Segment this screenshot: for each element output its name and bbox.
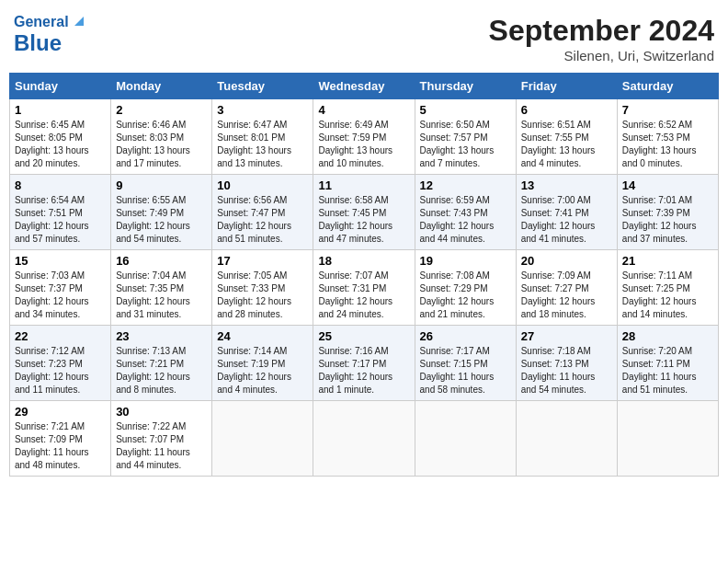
- calendar-cell: 1Sunrise: 6:45 AMSunset: 8:05 PMDaylight…: [10, 99, 111, 175]
- calendar-cell: 19Sunrise: 7:08 AMSunset: 7:29 PMDayligh…: [415, 250, 516, 326]
- calendar-cell: 17Sunrise: 7:05 AMSunset: 7:33 PMDayligh…: [212, 250, 313, 326]
- calendar-cell: [415, 401, 516, 477]
- day-info: Sunrise: 7:20 AMSunset: 7:11 PMDaylight:…: [622, 345, 713, 396]
- calendar-cell: 12Sunrise: 6:59 AMSunset: 7:43 PMDayligh…: [415, 175, 516, 250]
- svg-marker-0: [74, 17, 84, 26]
- day-info: Sunrise: 6:46 AMSunset: 8:03 PMDaylight:…: [116, 119, 207, 170]
- logo-blue-text: Blue: [14, 30, 62, 55]
- day-number: 13: [521, 178, 612, 192]
- day-number: 17: [217, 254, 308, 268]
- day-number: 23: [116, 329, 207, 343]
- calendar-cell: 11Sunrise: 6:58 AMSunset: 7:45 PMDayligh…: [313, 175, 415, 250]
- calendar-cell: 24Sunrise: 7:14 AMSunset: 7:19 PMDayligh…: [212, 326, 313, 401]
- day-number: 8: [15, 178, 106, 192]
- weekday-header-tuesday: Tuesday: [212, 74, 313, 99]
- calendar-cell: 23Sunrise: 7:13 AMSunset: 7:21 PMDayligh…: [111, 326, 212, 401]
- calendar-cell: 21Sunrise: 7:11 AMSunset: 7:25 PMDayligh…: [617, 250, 718, 326]
- day-info: Sunrise: 7:17 AMSunset: 7:15 PMDaylight:…: [420, 345, 511, 396]
- day-info: Sunrise: 7:09 AMSunset: 7:27 PMDaylight:…: [521, 270, 612, 321]
- weekday-header-saturday: Saturday: [617, 74, 718, 99]
- day-info: Sunrise: 6:45 AMSunset: 8:05 PMDaylight:…: [15, 119, 106, 170]
- logo-triangle-icon: [71, 13, 87, 29]
- weekday-header-monday: Monday: [111, 74, 212, 99]
- day-number: 16: [116, 254, 207, 268]
- calendar-cell: 3Sunrise: 6:47 AMSunset: 8:01 PMDaylight…: [212, 99, 313, 175]
- day-info: Sunrise: 7:07 AMSunset: 7:31 PMDaylight:…: [318, 270, 409, 321]
- day-info: Sunrise: 6:50 AMSunset: 7:57 PMDaylight:…: [420, 119, 511, 170]
- day-number: 29: [15, 405, 106, 419]
- day-number: 30: [116, 405, 207, 419]
- weekday-header-friday: Friday: [516, 74, 617, 99]
- calendar-week-row: 29Sunrise: 7:21 AMSunset: 7:09 PMDayligh…: [10, 401, 719, 477]
- calendar-cell: 10Sunrise: 6:56 AMSunset: 7:47 PMDayligh…: [212, 175, 313, 250]
- day-info: Sunrise: 7:22 AMSunset: 7:07 PMDaylight:…: [116, 420, 207, 472]
- day-number: 6: [521, 103, 612, 117]
- calendar-body: 1Sunrise: 6:45 AMSunset: 8:05 PMDaylight…: [10, 99, 719, 477]
- day-info: Sunrise: 7:16 AMSunset: 7:17 PMDaylight:…: [318, 345, 409, 396]
- day-number: 19: [420, 254, 511, 268]
- calendar-cell: 18Sunrise: 7:07 AMSunset: 7:31 PMDayligh…: [313, 250, 415, 326]
- calendar-week-row: 8Sunrise: 6:54 AMSunset: 7:51 PMDaylight…: [10, 175, 719, 250]
- day-number: 5: [420, 103, 511, 117]
- day-info: Sunrise: 7:00 AMSunset: 7:41 PMDaylight:…: [521, 194, 612, 246]
- day-info: Sunrise: 6:52 AMSunset: 7:53 PMDaylight:…: [622, 119, 713, 170]
- calendar-cell: 25Sunrise: 7:16 AMSunset: 7:17 PMDayligh…: [313, 326, 415, 401]
- day-number: 28: [622, 329, 713, 343]
- day-info: Sunrise: 6:55 AMSunset: 7:49 PMDaylight:…: [116, 194, 207, 246]
- title-area: September 2024 Silenen, Uri, Switzerland: [489, 14, 714, 63]
- day-info: Sunrise: 7:05 AMSunset: 7:33 PMDaylight:…: [217, 270, 308, 321]
- day-info: Sunrise: 7:18 AMSunset: 7:13 PMDaylight:…: [521, 345, 612, 396]
- weekday-header-wednesday: Wednesday: [313, 74, 415, 99]
- day-info: Sunrise: 7:12 AMSunset: 7:23 PMDaylight:…: [15, 345, 106, 396]
- calendar-table: SundayMondayTuesdayWednesdayThursdayFrid…: [9, 73, 719, 477]
- day-number: 4: [318, 103, 409, 117]
- calendar-cell: 30Sunrise: 7:22 AMSunset: 7:07 PMDayligh…: [111, 401, 212, 477]
- day-number: 25: [318, 329, 409, 343]
- calendar-cell: 14Sunrise: 7:01 AMSunset: 7:39 PMDayligh…: [617, 175, 718, 250]
- day-number: 10: [217, 178, 308, 192]
- calendar-cell: [516, 401, 617, 477]
- day-info: Sunrise: 6:59 AMSunset: 7:43 PMDaylight:…: [420, 194, 511, 246]
- day-info: Sunrise: 7:08 AMSunset: 7:29 PMDaylight:…: [420, 270, 511, 321]
- calendar-cell: [313, 401, 415, 477]
- day-info: Sunrise: 6:56 AMSunset: 7:47 PMDaylight:…: [217, 194, 308, 246]
- day-info: Sunrise: 6:54 AMSunset: 7:51 PMDaylight:…: [15, 194, 106, 246]
- calendar-cell: 5Sunrise: 6:50 AMSunset: 7:57 PMDaylight…: [415, 99, 516, 175]
- calendar-week-row: 1Sunrise: 6:45 AMSunset: 8:05 PMDaylight…: [10, 99, 719, 175]
- logo-general-text: General: [14, 14, 69, 30]
- day-number: 2: [116, 103, 207, 117]
- weekday-header-thursday: Thursday: [415, 74, 516, 99]
- calendar-cell: 29Sunrise: 7:21 AMSunset: 7:09 PMDayligh…: [10, 401, 111, 477]
- day-number: 15: [15, 254, 106, 268]
- calendar-cell: 6Sunrise: 6:51 AMSunset: 7:55 PMDaylight…: [516, 99, 617, 175]
- calendar-cell: 26Sunrise: 7:17 AMSunset: 7:15 PMDayligh…: [415, 326, 516, 401]
- calendar-cell: 13Sunrise: 7:00 AMSunset: 7:41 PMDayligh…: [516, 175, 617, 250]
- day-info: Sunrise: 7:13 AMSunset: 7:21 PMDaylight:…: [116, 345, 207, 396]
- calendar-cell: 22Sunrise: 7:12 AMSunset: 7:23 PMDayligh…: [10, 326, 111, 401]
- day-number: 3: [217, 103, 308, 117]
- calendar-cell: 16Sunrise: 7:04 AMSunset: 7:35 PMDayligh…: [111, 250, 212, 326]
- calendar-cell: [617, 401, 718, 477]
- day-number: 24: [217, 329, 308, 343]
- day-number: 7: [622, 103, 713, 117]
- day-info: Sunrise: 7:21 AMSunset: 7:09 PMDaylight:…: [15, 420, 106, 472]
- day-info: Sunrise: 7:04 AMSunset: 7:35 PMDaylight:…: [116, 270, 207, 321]
- day-number: 14: [622, 178, 713, 192]
- day-info: Sunrise: 7:11 AMSunset: 7:25 PMDaylight:…: [622, 270, 713, 321]
- weekday-header-row: SundayMondayTuesdayWednesdayThursdayFrid…: [10, 74, 719, 99]
- day-number: 1: [15, 103, 106, 117]
- day-number: 11: [318, 178, 409, 192]
- calendar-cell: 27Sunrise: 7:18 AMSunset: 7:13 PMDayligh…: [516, 326, 617, 401]
- day-info: Sunrise: 7:03 AMSunset: 7:37 PMDaylight:…: [15, 270, 106, 321]
- calendar-week-row: 15Sunrise: 7:03 AMSunset: 7:37 PMDayligh…: [10, 250, 719, 326]
- location-title: Silenen, Uri, Switzerland: [489, 48, 714, 63]
- month-title: September 2024: [489, 14, 714, 48]
- day-number: 9: [116, 178, 207, 192]
- day-number: 22: [15, 329, 106, 343]
- calendar-week-row: 22Sunrise: 7:12 AMSunset: 7:23 PMDayligh…: [10, 326, 719, 401]
- calendar-cell: 28Sunrise: 7:20 AMSunset: 7:11 PMDayligh…: [617, 326, 718, 401]
- calendar-cell: [212, 401, 313, 477]
- calendar-cell: 8Sunrise: 6:54 AMSunset: 7:51 PMDaylight…: [10, 175, 111, 250]
- day-number: 12: [420, 178, 511, 192]
- day-info: Sunrise: 6:51 AMSunset: 7:55 PMDaylight:…: [521, 119, 612, 170]
